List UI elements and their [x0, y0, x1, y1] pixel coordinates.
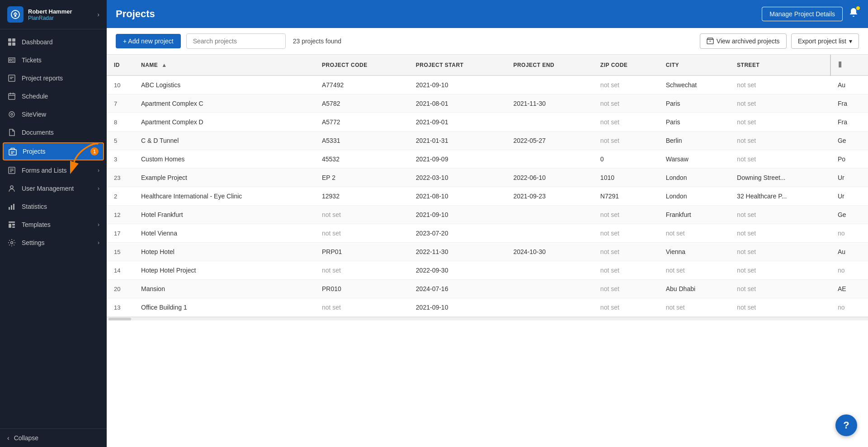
templates-icon	[7, 220, 16, 229]
svg-rect-32	[12, 224, 15, 226]
cell-project_code: PRP01	[315, 243, 409, 261]
col-header-zip-code[interactable]: ZIP CODE	[593, 55, 659, 75]
tickets-icon	[7, 56, 16, 65]
add-new-project-button[interactable]: + Add new project	[116, 34, 181, 48]
sidebar-item-label-dashboard: Dashboard	[22, 38, 99, 46]
table-row[interactable]: 12Hotel Frankfurtnot set2021-09-10not se…	[107, 206, 868, 224]
cell-zip_code: not set	[593, 298, 659, 317]
sidebar-nav: Dashboard Tickets Project reports Schedu…	[0, 29, 107, 428]
cell-name: Example Project	[134, 169, 315, 187]
sidebar-item-forms-lists[interactable]: Forms and Lists ›	[0, 161, 107, 179]
sidebar-item-label-documents: Documents	[22, 129, 99, 136]
columns-toggle-icon[interactable]: ⦀	[838, 60, 842, 69]
export-dropdown-icon: ▾	[849, 38, 852, 45]
sidebar-item-label-settings: Settings	[22, 239, 92, 246]
cell-zip_code: not set	[593, 113, 659, 132]
table-row[interactable]: 13Office Building 1not set2021-09-10not …	[107, 298, 868, 317]
horizontal-scrollbar-thumb[interactable]	[108, 318, 131, 320]
sidebar-item-siteview[interactable]: SiteView	[0, 105, 107, 123]
cell-id: 7	[107, 94, 134, 113]
table-row[interactable]: 10ABC LogisticsA774922021-09-10not setSc…	[107, 75, 868, 94]
cell-country: Fra	[830, 94, 868, 113]
sidebar-item-projects[interactable]: Projects 1	[3, 142, 104, 160]
col-header-city[interactable]: CITY	[659, 55, 730, 75]
cell-zip_code: not set	[593, 224, 659, 243]
cell-zip_code: not set	[593, 243, 659, 261]
cell-project_code: PR010	[315, 280, 409, 298]
sidebar-expand-icon[interactable]: ›	[97, 11, 99, 18]
sidebar-item-dashboard[interactable]: Dashboard	[0, 33, 107, 51]
sidebar-item-user-management[interactable]: User Management ›	[0, 179, 107, 198]
svg-rect-33	[12, 226, 15, 228]
cell-city: Abu Dhabi	[659, 280, 730, 298]
table-row[interactable]: 8Apartment Complex DA57722021-09-01not s…	[107, 113, 868, 132]
sidebar-item-tickets[interactable]: Tickets	[0, 51, 107, 69]
col-header-project-end[interactable]: PROJECT END	[506, 55, 593, 75]
search-projects-input[interactable]	[186, 33, 286, 49]
sidebar-logo: Robert Hammer PlanRadar	[7, 6, 72, 23]
table-row[interactable]: 14Hotep Hotel Projectnot set2022-09-30no…	[107, 261, 868, 280]
sidebar-item-schedule[interactable]: Schedule	[0, 87, 107, 105]
table-row[interactable]: 5C & D TunnelA53312021-01-312022-05-27no…	[107, 132, 868, 150]
cell-name: Hotep Hotel Project	[134, 261, 315, 280]
cell-project_start: 2021-09-10	[409, 298, 506, 317]
table-row[interactable]: 2Healthcare International - Eye Clinic12…	[107, 187, 868, 206]
cell-project_start: 2022-09-30	[409, 261, 506, 280]
cell-project_code: not set	[315, 224, 409, 243]
table-row[interactable]: 17Hotel Viennanot set2023-07-20not setno…	[107, 224, 868, 243]
sidebar-item-settings[interactable]: Settings ›	[0, 234, 107, 252]
cell-country: Ge	[830, 206, 868, 224]
manage-project-details-button[interactable]: Manage Project Details	[762, 7, 843, 21]
cell-city: Vienna	[659, 243, 730, 261]
svg-rect-3	[12, 38, 15, 42]
sidebar-item-documents[interactable]: Documents	[0, 123, 107, 141]
cell-id: 2	[107, 187, 134, 206]
cell-city: London	[659, 187, 730, 206]
cell-project_start: 2021-08-01	[409, 94, 506, 113]
cell-name: Apartment Complex C	[134, 94, 315, 113]
cell-name: Healthcare International - Eye Clinic	[134, 187, 315, 206]
cell-city: Schwechat	[659, 75, 730, 94]
view-archived-projects-button[interactable]: View archived projects	[700, 33, 787, 49]
svg-point-16	[9, 112, 14, 117]
col-header-name[interactable]: NAME ▲	[134, 55, 315, 75]
cell-city: Berlin	[659, 132, 730, 150]
export-project-list-button[interactable]: Export project list ▾	[791, 33, 859, 49]
svg-rect-9	[9, 75, 15, 81]
col-header-project-start[interactable]: PROJECT START	[409, 55, 506, 75]
cell-project_end	[506, 261, 593, 280]
sidebar-collapse-button[interactable]: ‹ Collapse	[0, 428, 107, 447]
col-header-country[interactable]: ⦀	[830, 55, 868, 75]
sidebar-item-label-forms: Forms and Lists	[22, 167, 92, 174]
col-header-street[interactable]: STREET	[730, 55, 830, 75]
col-header-project-code[interactable]: PROJECT CODE	[315, 55, 409, 75]
export-button-label: Export project list	[798, 38, 846, 45]
table-row[interactable]: 20MansionPR0102024-07-16not setAbu Dhabi…	[107, 280, 868, 298]
cell-zip_code: 0	[593, 150, 659, 169]
table-row[interactable]: 7Apartment Complex CA57822021-08-012021-…	[107, 94, 868, 113]
table-row[interactable]: 15Hotep HotelPRP012022-11-302024-10-30no…	[107, 243, 868, 261]
cell-country: no	[830, 298, 868, 317]
cell-street: not set	[730, 280, 830, 298]
forms-expand-icon: ›	[98, 167, 99, 174]
cell-street: not set	[730, 94, 830, 113]
sidebar-item-project-reports[interactable]: Project reports	[0, 69, 107, 87]
col-header-id[interactable]: ID	[107, 55, 134, 75]
table-row[interactable]: 3Custom Homes455322021-09-090Warsawnot s…	[107, 150, 868, 169]
notification-dot	[856, 6, 860, 10]
cell-id: 20	[107, 280, 134, 298]
cell-id: 12	[107, 206, 134, 224]
help-button[interactable]: ?	[835, 414, 857, 436]
cell-name: Mansion	[134, 280, 315, 298]
sidebar-header[interactable]: Robert Hammer PlanRadar ›	[0, 0, 107, 29]
sidebar-item-statistics[interactable]: Statistics	[0, 198, 107, 216]
cell-project_start: 2021-09-09	[409, 150, 506, 169]
cell-country: Ur	[830, 187, 868, 206]
table-row[interactable]: 23Example ProjectEP 22022-03-102022-06-1…	[107, 169, 868, 187]
notification-bell[interactable]	[848, 7, 859, 21]
cell-project_code: A5772	[315, 113, 409, 132]
cell-project_start: 2022-03-10	[409, 169, 506, 187]
cell-street: Downing Street...	[730, 169, 830, 187]
cell-project_code: A5782	[315, 94, 409, 113]
sidebar-item-templates[interactable]: Templates ›	[0, 216, 107, 234]
